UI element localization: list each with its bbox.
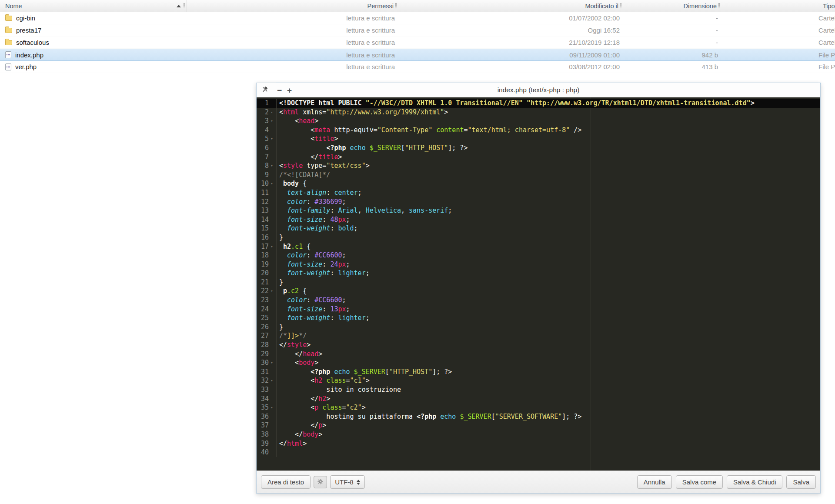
fold-arrow-icon[interactable]: ▾	[269, 179, 275, 188]
editor-dialog: index.php (text/x-php : php) − + 1<!DOCT…	[256, 83, 821, 494]
code-line[interactable]: 14 font-size: 48px;	[257, 215, 820, 224]
code-line[interactable]: 34 </h2>	[257, 394, 820, 404]
size-cell: -	[625, 14, 723, 22]
code-line[interactable]: 9/*<![CDATA[*/	[257, 170, 820, 180]
line-gutter: 15	[257, 224, 277, 233]
column-header-dimensione[interactable]: Dimensione	[625, 0, 723, 12]
line-number: 32	[257, 376, 269, 385]
code-line[interactable]: 39</html>	[257, 439, 820, 448]
code-line[interactable]: 11 text-align: center;	[257, 188, 820, 197]
code-text: text-align: center;	[277, 188, 362, 197]
code-line[interactable]: 7 </title>	[257, 153, 820, 162]
line-number: 22	[257, 287, 269, 296]
size-cell: 942 b	[625, 51, 723, 59]
code-line[interactable]: 30▾ <body>	[257, 358, 820, 367]
code-line[interactable]: 19 font-size: 24px;	[257, 260, 820, 269]
line-gutter: 38	[257, 430, 277, 439]
fold-arrow-icon[interactable]: ▾	[269, 161, 275, 170]
line-gutter: 35▾	[257, 403, 277, 412]
code-line[interactable]: 25 font-weight: lighter;	[257, 314, 820, 323]
code-line[interactable]: 16}	[257, 233, 820, 242]
code-line[interactable]: 35▾ <p class="c2">	[257, 403, 820, 412]
code-line[interactable]: 12 color: #336699;	[257, 197, 820, 207]
column-header-modificato[interactable]: Modificato il	[400, 0, 625, 12]
fold-arrow-icon[interactable]: ▾	[269, 358, 275, 367]
textarea-mode-button[interactable]: Area di testo	[261, 475, 311, 489]
code-line[interactable]: 10▾ body {	[257, 179, 820, 188]
line-gutter: 9	[257, 170, 277, 180]
code-line[interactable]: 37 </p>	[257, 421, 820, 430]
code-line[interactable]: 26}	[257, 323, 820, 332]
code-line[interactable]: 23 color: #CC6600;	[257, 296, 820, 305]
fold-arrow-icon[interactable]: ▾	[269, 117, 275, 126]
column-resize-handle[interactable]	[184, 3, 185, 9]
table-row[interactable]: softaculouslettura e scrittura21/10/2019…	[0, 37, 835, 49]
column-resize-handle[interactable]	[395, 3, 397, 9]
code-line[interactable]: 17▾ h2.c1 {	[257, 242, 820, 251]
code-text: </h2>	[277, 394, 330, 404]
line-gutter: 6	[257, 144, 277, 153]
code-line[interactable]: 24 font-size: 13px;	[257, 305, 820, 314]
code-line[interactable]: 36 hosting su piattaforma <?php echo $_S…	[257, 412, 820, 421]
annulla-button[interactable]: Annulla	[637, 475, 672, 489]
table-row[interactable]: ver.phplettura e scrittura03/08/2012 02:…	[0, 61, 835, 73]
code-line[interactable]: 32▾ <h2 class="c1">	[257, 376, 820, 385]
type-cell: Cartella	[723, 39, 835, 46]
code-line[interactable]: 31 <?php echo $_SERVER["HTTP_HOST"]; ?>	[257, 367, 820, 377]
column-resize-handle[interactable]	[620, 3, 621, 9]
column-header-nome[interactable]: Nome	[0, 0, 187, 12]
fold-arrow-icon[interactable]: ▾	[269, 376, 275, 385]
salva-e-chiudi-button[interactable]: Salva & Chiudi	[727, 475, 782, 489]
column-label: Tipo	[823, 3, 835, 10]
code-line[interactable]: 21}	[257, 278, 820, 287]
table-row[interactable]: cgi-binlettura e scrittura01/07/2002 02:…	[0, 12, 835, 24]
modified-cell: 01/07/2002 02:00	[400, 14, 625, 22]
table-row[interactable]: presta17lettura e scritturaOggi 16:52-Ca…	[0, 24, 835, 37]
code-line[interactable]: 27/*]]>*/	[257, 331, 820, 340]
code-line[interactable]: 1<!DOCTYPE html PUBLIC "-//W3C//DTD XHTM…	[257, 99, 820, 108]
line-number: 31	[257, 367, 269, 377]
code-text: color: #CC6600;	[277, 251, 346, 260]
salva-button[interactable]: Salva	[786, 475, 816, 489]
code-line[interactable]: 8▾<style type="text/css">	[257, 161, 820, 170]
salva-come-button[interactable]: Salva come	[676, 475, 723, 489]
dialog-header[interactable]: index.php (text/x-php : php) − +	[257, 83, 820, 97]
line-gutter: 37	[257, 421, 277, 430]
fold-arrow-icon[interactable]: ▾	[269, 108, 275, 117]
code-line[interactable]: 40	[257, 448, 820, 457]
code-line[interactable]: 6 <?php echo $_SERVER["HTTP_HOST"]; ?>	[257, 144, 820, 153]
code-line[interactable]: 20 font-weight: lighter;	[257, 269, 820, 278]
code-line[interactable]: 22▾ p.c2 {	[257, 287, 820, 296]
encoding-select[interactable]: UTF-8	[330, 475, 365, 489]
line-number: 3	[257, 117, 269, 126]
line-gutter: 24	[257, 305, 277, 314]
code-line[interactable]: 4 <meta http-equiv="Content-Type" conten…	[257, 126, 820, 135]
code-text: color: #336699;	[277, 197, 346, 207]
line-number: 33	[257, 385, 269, 394]
code-line[interactable]: 28</style>	[257, 340, 820, 350]
code-line[interactable]: 38 </body>	[257, 430, 820, 439]
fold-arrow-icon[interactable]: ▾	[269, 403, 275, 412]
fold-arrow-icon[interactable]: ▾	[269, 287, 275, 296]
settings-button[interactable]	[314, 476, 327, 488]
column-header-permessi[interactable]: Permessi	[187, 0, 400, 12]
modified-cell: Oggi 16:52	[400, 27, 625, 34]
code-line[interactable]: 2▾<html xmlns="http://www.w3.org/1999/xh…	[257, 108, 820, 117]
column-header-tipo[interactable]: Tipo	[723, 0, 835, 12]
code-line[interactable]: 5▾ <title>	[257, 134, 820, 144]
code-line[interactable]: 15 font-weight: bold;	[257, 224, 820, 233]
code-line[interactable]: 33 sito in costruzione	[257, 385, 820, 394]
fold-arrow-icon[interactable]: ▾	[269, 134, 275, 144]
code-line[interactable]: 18 color: #CC6600;	[257, 251, 820, 260]
fold-arrow-icon[interactable]: ▾	[269, 242, 275, 251]
column-resize-handle[interactable]	[718, 3, 720, 9]
code-editor[interactable]: 1<!DOCTYPE html PUBLIC "-//W3C//DTD XHTM…	[257, 97, 820, 471]
code-line[interactable]: 29 </head>	[257, 350, 820, 359]
code-line[interactable]: 3▾ <head>	[257, 117, 820, 126]
line-gutter: 25	[257, 314, 277, 323]
table-row[interactable]: index.phplettura e scrittura09/11/2009 0…	[0, 49, 835, 61]
code-text: <?php echo $_SERVER["HTTP_HOST"]; ?>	[277, 367, 452, 377]
file-name: softaculous	[16, 39, 49, 46]
permissions-cell: lettura e scrittura	[187, 14, 400, 22]
code-line[interactable]: 13 font-family: Arial, Helvetica, sans-s…	[257, 206, 820, 215]
